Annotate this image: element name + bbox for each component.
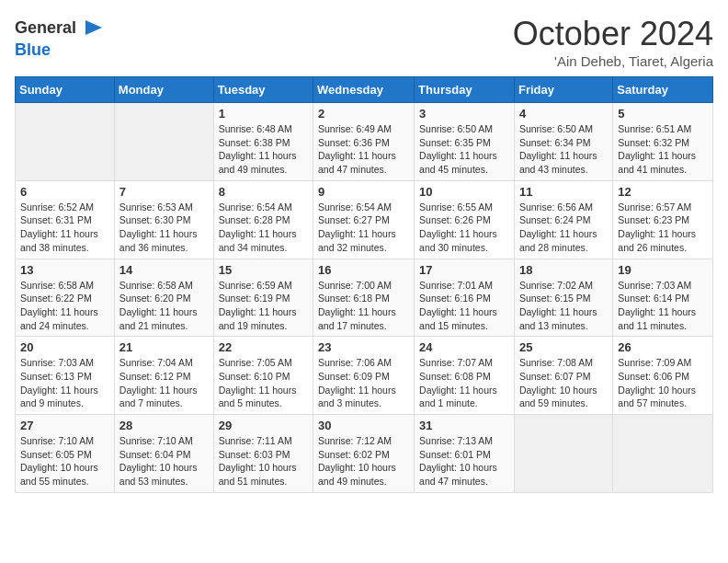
calendar-week-row: 6Sunrise: 6:52 AMSunset: 6:31 PMDaylight… (16, 180, 713, 259)
calendar-cell (114, 103, 213, 181)
calendar-cell: 26Sunrise: 7:09 AMSunset: 6:06 PMDayligh… (613, 337, 713, 415)
day-number: 19 (618, 263, 708, 277)
logo-general: General (15, 18, 76, 38)
calendar-cell: 28Sunrise: 7:10 AMSunset: 6:04 PMDayligh… (114, 415, 213, 493)
day-info: Sunrise: 6:58 AMSunset: 6:22 PMDaylight:… (20, 279, 109, 333)
day-info: Sunrise: 6:58 AMSunset: 6:20 PMDaylight:… (119, 279, 209, 333)
day-info: Sunrise: 7:06 AMSunset: 6:09 PMDaylight:… (318, 356, 409, 410)
weekday-header: Tuesday (213, 77, 313, 103)
day-number: 11 (519, 185, 608, 199)
day-number: 4 (519, 107, 608, 121)
calendar-week-row: 13Sunrise: 6:58 AMSunset: 6:22 PMDayligh… (16, 259, 713, 337)
calendar-cell: 19Sunrise: 7:03 AMSunset: 6:14 PMDayligh… (613, 259, 713, 337)
day-info: Sunrise: 6:54 AMSunset: 6:28 PMDaylight:… (219, 201, 308, 255)
month-title: October 2024 (513, 15, 713, 53)
calendar-cell: 29Sunrise: 7:11 AMSunset: 6:03 PMDayligh… (213, 415, 313, 493)
calendar-cell: 20Sunrise: 7:03 AMSunset: 6:13 PMDayligh… (16, 337, 115, 415)
day-info: Sunrise: 6:59 AMSunset: 6:19 PMDaylight:… (219, 279, 308, 333)
calendar-cell: 11Sunrise: 6:56 AMSunset: 6:24 PMDayligh… (514, 180, 612, 259)
page-header: General Blue October 2024 'Ain Deheb, Ti… (15, 15, 713, 69)
day-info: Sunrise: 6:53 AMSunset: 6:30 PMDaylight:… (119, 201, 209, 255)
logo: General Blue (15, 15, 104, 60)
logo-icon (78, 15, 104, 40)
calendar-cell: 1Sunrise: 6:48 AMSunset: 6:38 PMDaylight… (213, 103, 313, 181)
weekday-header: Saturday (613, 77, 713, 103)
day-number: 17 (419, 263, 509, 277)
calendar-cell: 6Sunrise: 6:52 AMSunset: 6:31 PMDaylight… (16, 180, 115, 259)
calendar-cell: 27Sunrise: 7:10 AMSunset: 6:05 PMDayligh… (16, 415, 115, 493)
calendar-cell: 3Sunrise: 6:50 AMSunset: 6:35 PMDaylight… (415, 103, 515, 181)
day-info: Sunrise: 6:54 AMSunset: 6:27 PMDaylight:… (318, 201, 409, 255)
day-number: 21 (119, 340, 209, 354)
calendar-cell: 10Sunrise: 6:55 AMSunset: 6:26 PMDayligh… (415, 180, 515, 259)
day-number: 12 (618, 185, 708, 199)
day-info: Sunrise: 6:50 AMSunset: 6:34 PMDaylight:… (519, 122, 608, 177)
day-number: 29 (219, 419, 308, 432)
calendar-cell: 15Sunrise: 6:59 AMSunset: 6:19 PMDayligh… (213, 259, 313, 337)
day-number: 31 (419, 419, 509, 432)
day-info: Sunrise: 7:04 AMSunset: 6:12 PMDaylight:… (119, 356, 209, 410)
logo-blue: Blue (15, 40, 51, 60)
day-info: Sunrise: 7:08 AMSunset: 6:07 PMDaylight:… (519, 356, 608, 410)
calendar-cell (514, 415, 612, 493)
weekday-header: Wednesday (313, 77, 415, 103)
day-info: Sunrise: 6:50 AMSunset: 6:35 PMDaylight:… (419, 122, 509, 177)
calendar-cell: 9Sunrise: 6:54 AMSunset: 6:27 PMDaylight… (313, 180, 415, 259)
day-number: 10 (419, 185, 509, 199)
day-info: Sunrise: 7:12 AMSunset: 6:02 PMDaylight:… (318, 434, 409, 488)
day-number: 7 (119, 185, 209, 199)
day-info: Sunrise: 6:52 AMSunset: 6:31 PMDaylight:… (20, 201, 109, 255)
calendar-cell: 14Sunrise: 6:58 AMSunset: 6:20 PMDayligh… (114, 259, 213, 337)
day-number: 18 (519, 263, 608, 277)
calendar-cell: 23Sunrise: 7:06 AMSunset: 6:09 PMDayligh… (313, 337, 415, 415)
day-number: 13 (20, 263, 109, 277)
weekday-header-row: SundayMondayTuesdayWednesdayThursdayFrid… (16, 77, 713, 103)
day-number: 23 (318, 340, 409, 354)
day-number: 5 (618, 107, 708, 121)
calendar-table: SundayMondayTuesdayWednesdayThursdayFrid… (15, 76, 713, 493)
calendar-cell: 8Sunrise: 6:54 AMSunset: 6:28 PMDaylight… (213, 180, 313, 259)
day-number: 8 (219, 185, 308, 199)
day-info: Sunrise: 7:03 AMSunset: 6:13 PMDaylight:… (20, 356, 109, 410)
day-number: 20 (20, 340, 109, 354)
day-number: 28 (119, 419, 209, 432)
title-area: October 2024 'Ain Deheb, Tiaret, Algeria (513, 15, 713, 69)
calendar-week-row: 20Sunrise: 7:03 AMSunset: 6:13 PMDayligh… (16, 337, 713, 415)
day-number: 15 (219, 263, 308, 277)
calendar-cell: 21Sunrise: 7:04 AMSunset: 6:12 PMDayligh… (114, 337, 213, 415)
calendar-cell (16, 103, 115, 181)
day-info: Sunrise: 6:57 AMSunset: 6:23 PMDaylight:… (618, 201, 708, 255)
day-number: 3 (419, 107, 509, 121)
calendar-cell: 18Sunrise: 7:02 AMSunset: 6:15 PMDayligh… (514, 259, 612, 337)
day-number: 27 (20, 419, 109, 432)
calendar-cell: 5Sunrise: 6:51 AMSunset: 6:32 PMDaylight… (613, 103, 713, 181)
weekday-header: Thursday (415, 77, 515, 103)
calendar-cell: 17Sunrise: 7:01 AMSunset: 6:16 PMDayligh… (415, 259, 515, 337)
day-info: Sunrise: 6:49 AMSunset: 6:36 PMDaylight:… (318, 122, 409, 177)
day-info: Sunrise: 7:10 AMSunset: 6:05 PMDaylight:… (20, 434, 109, 488)
day-info: Sunrise: 7:07 AMSunset: 6:08 PMDaylight:… (419, 356, 509, 410)
calendar-cell: 16Sunrise: 7:00 AMSunset: 6:18 PMDayligh… (313, 259, 415, 337)
day-info: Sunrise: 6:55 AMSunset: 6:26 PMDaylight:… (419, 201, 509, 255)
calendar-week-row: 27Sunrise: 7:10 AMSunset: 6:05 PMDayligh… (16, 415, 713, 493)
day-number: 6 (20, 185, 109, 199)
calendar-cell: 25Sunrise: 7:08 AMSunset: 6:07 PMDayligh… (514, 337, 612, 415)
day-info: Sunrise: 7:09 AMSunset: 6:06 PMDaylight:… (618, 356, 708, 410)
day-number: 22 (219, 340, 308, 354)
day-info: Sunrise: 7:03 AMSunset: 6:14 PMDaylight:… (618, 279, 708, 333)
day-number: 24 (419, 340, 509, 354)
day-number: 2 (318, 107, 409, 121)
day-number: 9 (318, 185, 409, 199)
day-info: Sunrise: 6:56 AMSunset: 6:24 PMDaylight:… (519, 201, 608, 255)
day-info: Sunrise: 7:01 AMSunset: 6:16 PMDaylight:… (419, 279, 509, 333)
calendar-cell: 31Sunrise: 7:13 AMSunset: 6:01 PMDayligh… (415, 415, 515, 493)
svg-marker-0 (85, 20, 102, 35)
calendar-cell: 7Sunrise: 6:53 AMSunset: 6:30 PMDaylight… (114, 180, 213, 259)
day-info: Sunrise: 7:02 AMSunset: 6:15 PMDaylight:… (519, 279, 608, 333)
weekday-header: Sunday (16, 77, 115, 103)
day-info: Sunrise: 7:05 AMSunset: 6:10 PMDaylight:… (219, 356, 308, 410)
day-number: 26 (618, 340, 708, 354)
day-info: Sunrise: 6:48 AMSunset: 6:38 PMDaylight:… (219, 122, 308, 177)
calendar-cell (613, 415, 713, 493)
day-number: 25 (519, 340, 608, 354)
